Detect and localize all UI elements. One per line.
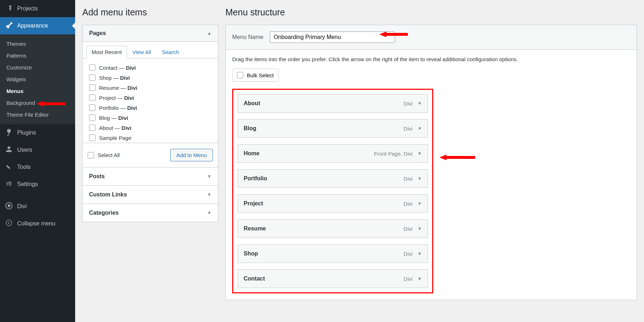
page-checkbox[interactable] — [89, 84, 96, 91]
menu-item[interactable]: Blog Divi▼ — [238, 119, 428, 138]
menu-item[interactable]: Resume Divi▼ — [238, 219, 428, 238]
page-item[interactable]: Contact — Divi — [87, 63, 212, 73]
pages-panel: Pages ▲ Most Recent View All Search Cont… — [82, 25, 218, 167]
chevron-down-icon[interactable]: ▼ — [418, 176, 422, 181]
user-icon — [5, 146, 13, 154]
add-menu-heading: Add menu items — [82, 7, 218, 18]
submenu-item-customize[interactable]: Customize — [0, 62, 75, 73]
divi-icon — [5, 202, 13, 211]
page-item[interactable]: Blog — Divi — [87, 113, 212, 123]
chevron-down-icon[interactable]: ▼ — [418, 276, 422, 281]
page-item[interactable]: Portfolio — Divi — [87, 103, 212, 113]
add-to-menu-button[interactable]: Add to Menu — [170, 149, 213, 161]
page-item[interactable]: Sample Page — [87, 133, 212, 143]
pages-panel-title: Pages — [89, 30, 106, 36]
sidebar-item-plugins[interactable]: Plugins — [0, 124, 75, 141]
submenu-item-menus[interactable]: Menus — [0, 85, 75, 97]
sliders-icon — [5, 180, 13, 189]
page-checkbox[interactable] — [89, 135, 96, 141]
page-checkbox[interactable] — [89, 74, 96, 81]
sidebar-item-projects[interactable]: Projects — [0, 0, 75, 17]
menu-item[interactable]: Shop Divi▼ — [238, 244, 428, 263]
pin-icon — [5, 4, 13, 13]
collapse-icon — [5, 219, 13, 228]
page-item[interactable]: Shop — Divi — [87, 73, 212, 83]
panel-title: Posts — [89, 173, 105, 180]
sidebar-submenu: Themes Patterns Customize Widgets Menus … — [0, 34, 75, 124]
submenu-item-themes[interactable]: Themes — [0, 38, 75, 50]
chevron-down-icon[interactable]: ▼ — [418, 226, 422, 231]
chevron-down-icon: ▼ — [207, 210, 211, 215]
menu-structure-column: Menu structure Menu Name Drag the items … — [225, 7, 637, 322]
submenu-item-background[interactable]: Background — [0, 97, 75, 109]
select-all-chk[interactable] — [88, 152, 94, 158]
sidebar-item-tools[interactable]: Tools — [0, 158, 75, 176]
chevron-down-icon: ▼ — [207, 192, 211, 197]
tab-search[interactable]: Search — [156, 46, 184, 58]
page-item[interactable]: Resume — Divi — [87, 83, 212, 93]
chevron-down-icon[interactable]: ▼ — [418, 151, 422, 156]
main-content: Add menu items Pages ▲ Most Recent View … — [75, 0, 644, 322]
menu-item[interactable]: Home Front Page, Divi▼ — [238, 144, 428, 163]
categories-panel[interactable]: Categories ▼ — [82, 204, 218, 222]
sidebar-item-label: Appearance — [17, 23, 70, 29]
brush-icon — [5, 21, 13, 30]
sidebar-item-label: Projects — [17, 5, 70, 12]
menu-name-label: Menu Name — [232, 34, 263, 40]
chevron-down-icon[interactable]: ▼ — [418, 101, 422, 106]
menu-structure-heading: Menu structure — [225, 7, 637, 18]
page-checkbox[interactable] — [89, 64, 96, 71]
menu-name-input[interactable] — [270, 31, 395, 43]
sidebar-item-settings[interactable]: Settings — [0, 176, 75, 193]
select-all-checkbox[interactable]: Select All — [88, 152, 120, 158]
chevron-down-icon[interactable]: ▼ — [418, 126, 422, 131]
sidebar-item-collapse[interactable]: Collapse menu — [0, 215, 75, 232]
sidebar-item-divi[interactable]: Divi — [0, 198, 75, 215]
sidebar-item-label: Users — [17, 147, 70, 153]
menu-header: Menu Name — [225, 25, 637, 50]
sidebar-item-users[interactable]: Users — [0, 141, 75, 158]
page-checkbox[interactable] — [89, 114, 96, 121]
panel-title: Categories — [89, 210, 119, 216]
tab-view-all[interactable]: View All — [127, 46, 156, 58]
sidebar-item-label: Settings — [17, 181, 70, 187]
add-menu-items-column: Add menu items Pages ▲ Most Recent View … — [82, 7, 218, 322]
menu-item[interactable]: Portfolio Divi▼ — [238, 169, 428, 188]
submenu-item-widgets[interactable]: Widgets — [0, 73, 75, 85]
pages-tabs: Most Recent View All Search — [83, 42, 218, 58]
instructions-text: Drag the items into the order you prefer… — [232, 56, 630, 62]
panel-title: Custom Links — [89, 191, 127, 198]
menu-item[interactable]: About Divi▼ — [238, 94, 428, 113]
menu-body: Drag the items into the order you prefer… — [225, 50, 637, 300]
chevron-down-icon[interactable]: ▼ — [418, 251, 422, 256]
page-checkbox[interactable] — [89, 94, 96, 101]
menu-item[interactable]: Project Divi▼ — [238, 194, 428, 213]
bulk-select-chk[interactable] — [237, 72, 243, 78]
chevron-down-icon: ▼ — [207, 174, 211, 179]
bulk-select-button[interactable]: Bulk Select — [232, 69, 278, 82]
posts-panel[interactable]: Posts ▼ — [82, 167, 218, 186]
chevron-down-icon[interactable]: ▼ — [418, 201, 422, 206]
pages-panel-header[interactable]: Pages ▲ — [83, 25, 218, 42]
sidebar-item-label: Tools — [17, 164, 70, 170]
pages-panel-footer: Select All Add to Menu — [83, 143, 218, 167]
page-checkbox[interactable] — [89, 125, 96, 131]
page-item[interactable]: Project — Divi — [87, 93, 212, 103]
page-checkbox[interactable] — [89, 104, 96, 111]
tab-most-recent[interactable]: Most Recent — [86, 46, 127, 58]
custom-links-panel[interactable]: Custom Links ▼ — [82, 186, 218, 204]
submenu-item-theme-file-editor[interactable]: Theme File Editor — [0, 109, 75, 121]
chevron-up-icon: ▲ — [207, 31, 211, 36]
admin-sidebar: Projects Appearance Themes Patterns Cust… — [0, 0, 75, 322]
sidebar-item-label: Plugins — [17, 130, 70, 136]
sidebar-item-label: Collapse menu — [17, 220, 70, 227]
wrench-icon — [5, 163, 13, 171]
page-item[interactable]: About — Divi — [87, 123, 212, 133]
menu-items-list: About Divi▼ Blog Divi▼ Home Front Page, … — [232, 89, 433, 293]
svg-point-1 — [6, 220, 12, 226]
submenu-item-patterns[interactable]: Patterns — [0, 50, 75, 62]
menu-item[interactable]: Contact Divi▼ — [238, 269, 428, 288]
sidebar-item-appearance[interactable]: Appearance — [0, 17, 75, 34]
pages-list[interactable]: Contact — Divi Shop — Divi Resume — Divi… — [87, 63, 214, 143]
sidebar-item-label: Divi — [17, 203, 70, 210]
